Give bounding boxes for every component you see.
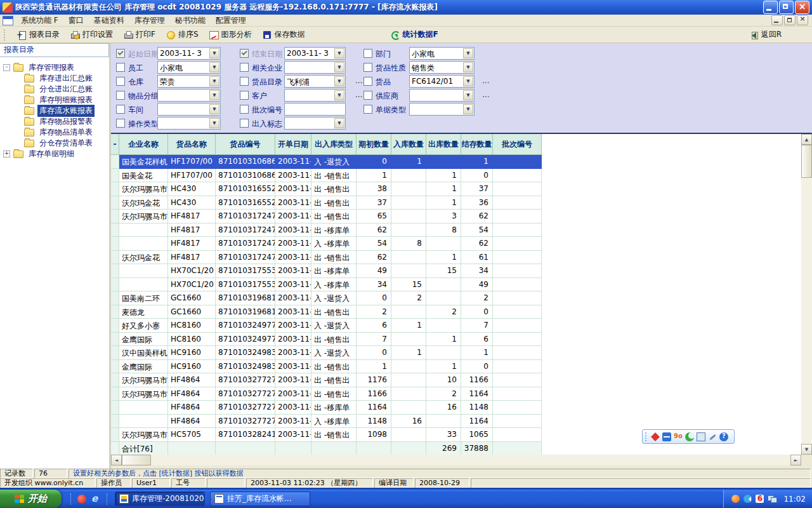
filter-combo-员工[interactable]: 小家电▼ [157, 61, 221, 74]
toolbar-grip[interactable] [4, 29, 8, 41]
menu-item-0[interactable]: 系统功能 F [16, 14, 63, 27]
combo-dropdown-icon[interactable]: ▼ [209, 48, 219, 58]
tree-item-7[interactable]: 分仓存货清单表 [0, 138, 109, 149]
filter-combo-相关企业[interactable]: ▼ [284, 61, 346, 74]
combo-dropdown-icon[interactable]: ▼ [463, 48, 473, 58]
table-row[interactable]: 沃尔玛骡马市HC570587101032824192003-11-06出 -销售… [111, 428, 542, 442]
table-row[interactable]: HX70C1/2087101031755372003-11-06出 -移库单49… [111, 264, 542, 278]
table-row[interactable]: HF481787101031724752003-11-06出 -移库单62854 [111, 224, 542, 237]
filter-checkbox-货品[interactable] [363, 77, 372, 86]
start-button[interactable]: 开始 [0, 490, 62, 508]
ime-help-icon[interactable] [719, 432, 728, 441]
toolbar-chart-button[interactable]: 图形分析 [205, 28, 256, 41]
filter-checkbox-批次编号[interactable] [240, 105, 249, 114]
combo-dropdown-icon[interactable]: ▼ [209, 118, 219, 128]
agent-icon[interactable] [731, 495, 740, 503]
filter-combo-车间[interactable]: ▼ [157, 103, 221, 116]
table-row[interactable]: 国美南二环GC166087101031968152003-11-06入 -退货入… [111, 291, 542, 305]
scroll-left-button[interactable]: ◄ [111, 455, 122, 465]
filter-checkbox-单据类型[interactable] [363, 105, 372, 114]
filter-combo-单据类型[interactable]: ▼ [409, 103, 475, 116]
column-header-开单日期[interactable]: 开单日期 [275, 134, 311, 155]
ime-shape-icon[interactable] [685, 432, 694, 441]
restore-button[interactable] [779, 1, 794, 14]
table-row[interactable]: 沃尔玛骡马市HF481787101031724752003-11-06出 -销售… [111, 210, 542, 224]
combo-dropdown-icon[interactable]: ▼ [209, 76, 219, 86]
table-row[interactable]: 沃尔玛金花HC43087101031655212003-11-06出 -销售出3… [111, 196, 542, 210]
toolbar-report-list-button[interactable]: 报表目录 [13, 28, 63, 41]
combo-dropdown-icon[interactable]: ▼ [209, 104, 219, 114]
filter-combo-起始日期[interactable]: 2003-11- 3▼ [157, 47, 221, 60]
combo-dropdown-icon[interactable]: ▼ [334, 118, 344, 128]
horizontal-scroll-thumb[interactable] [122, 455, 151, 465]
filter-checkbox-货品性质[interactable] [363, 63, 372, 72]
statistics-data-button[interactable]: 统计数据F [386, 28, 442, 41]
messenger-icon[interactable] [743, 495, 752, 503]
filter-combo-货品目录[interactable]: 飞利浦▼ [284, 75, 346, 88]
mdi-close-button[interactable] [797, 15, 808, 25]
filter-ellipsis-button[interactable]: ... [482, 90, 489, 99]
combo-dropdown-icon[interactable]: ▼ [463, 104, 473, 114]
table-row[interactable]: HF486487101032772792003-11-06出 -移库单11641… [111, 401, 542, 415]
mail6-icon[interactable]: 6 [756, 495, 764, 503]
toolbar-save-button[interactable]: 保存数据 [258, 28, 309, 41]
filter-combo-出入标志[interactable]: ▼ [284, 117, 346, 130]
table-row[interactable]: 金鹰国际HC916087101032498322003-11-06出 -销售出1… [111, 360, 542, 374]
filter-combo-物品分组[interactable]: ▼ [157, 89, 221, 102]
table-row[interactable]: 麦德龙GC166087101031968152003-11-06出 -销售出22… [111, 305, 542, 319]
plus-expander-icon[interactable]: + [3, 150, 10, 157]
minimize-button[interactable] [763, 1, 778, 14]
return-button[interactable]: 返回R [745, 28, 785, 41]
table-row[interactable]: 沃尔玛骡马市HC43087101031655212003-11-06出 -销售出… [111, 182, 542, 196]
taskbar-task-1[interactable]: 挂芳_库存流水帐... [210, 491, 310, 506]
table-row[interactable]: HF486487101032772792003-11-06入 -移库单11481… [111, 415, 542, 429]
table-row[interactable]: HX70C1/2087101031755372003-11-06入 -移库单34… [111, 278, 542, 292]
filter-combo-结束日期[interactable]: 2003-11- 3▼ [284, 47, 346, 60]
table-row[interactable]: 好又多小寨HC816087101032497712003-11-06入 -退货入… [111, 319, 542, 333]
column-header-货品编号[interactable]: 货品编号 [216, 134, 275, 155]
column-header-货品名称[interactable]: 货品名称 [168, 134, 216, 155]
tree-item-3[interactable]: 库存明细账报表 [0, 95, 109, 105]
filter-ellipsis-button[interactable]: ... [482, 76, 489, 85]
tree-item-2[interactable]: 分仓进出汇总账 [0, 84, 109, 95]
filter-combo-供应商[interactable]: ▼ [409, 89, 475, 102]
menu-item-3[interactable]: 库存管理 [129, 14, 170, 27]
filter-combo-操作类型[interactable]: ▼ [157, 117, 221, 130]
menu-item-2[interactable]: 基础资料 [89, 14, 129, 27]
tree-item-4[interactable]: 库存流水账报表 [0, 105, 109, 116]
vertical-scroll-thumb[interactable] [801, 145, 812, 178]
combo-dropdown-icon[interactable]: ▼ [463, 62, 473, 72]
menu-item-1[interactable]: 窗口 [63, 14, 89, 27]
scroll-right-button[interactable]: ► [790, 455, 801, 465]
filter-checkbox-物品分组[interactable] [116, 91, 125, 100]
table-row[interactable]: 国美金花样机HF1707/0087101031068692003-11-06入 … [111, 155, 542, 169]
tree-item-8[interactable]: +库存单据明细 [0, 149, 109, 159]
filter-checkbox-员工[interactable] [116, 63, 125, 72]
column-header-结存数量[interactable]: 结存数量 [461, 134, 493, 155]
table-row[interactable]: 汉中国美样机HC916087101032498322003-11-06入 -退货… [111, 346, 542, 360]
filter-checkbox-起始日期[interactable] [116, 49, 125, 58]
menu-item-4[interactable]: 秘书功能 [170, 14, 211, 27]
filter-checkbox-仓库[interactable] [116, 77, 125, 86]
ime-keyboard-icon[interactable] [697, 432, 705, 441]
filter-checkbox-操作类型[interactable] [116, 119, 125, 128]
column-header-期初数量[interactable]: 期初数量 [357, 134, 391, 155]
ime-tools-icon[interactable] [708, 432, 717, 441]
filter-checkbox-部门[interactable] [363, 49, 372, 58]
filter-combo-部门[interactable]: 小家电▼ [409, 47, 475, 60]
mdi-restore-button[interactable] [784, 15, 796, 25]
ime-input-icon[interactable] [651, 432, 660, 441]
filter-checkbox-货品目录[interactable] [240, 77, 249, 86]
scroll-down-button[interactable]: ▼ [801, 444, 812, 455]
vertical-scrollbar[interactable]: ▲ ▼ [801, 134, 812, 455]
table-row[interactable]: 沃尔玛骡马市HF486487101032772792003-11-06出 -销售… [111, 373, 542, 387]
combo-dropdown-icon[interactable]: ▼ [334, 62, 344, 72]
column-header-企业名称[interactable]: 企业名称 [119, 134, 168, 155]
taskbar-task-0[interactable]: 库存管理-20081020 [115, 491, 205, 506]
ie-icon[interactable]: e [91, 494, 102, 504]
combo-dropdown-icon[interactable]: ▼ [209, 90, 219, 100]
filter-combo-客户[interactable]: ▼ [284, 89, 346, 102]
ime-punct-icon[interactable] [674, 432, 683, 441]
toolbar-print-settings-button[interactable]: 打印设置 [66, 28, 117, 41]
filter-checkbox-结束日期[interactable] [240, 49, 249, 58]
